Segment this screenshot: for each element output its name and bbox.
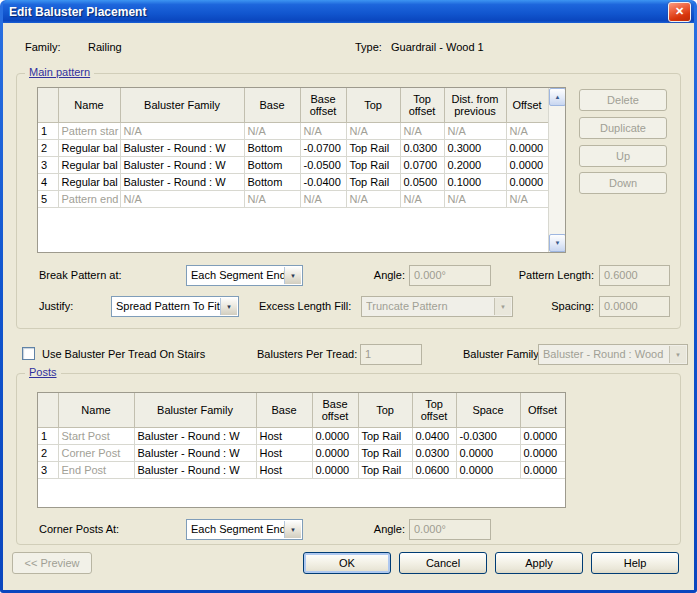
table-cell[interactable]: N/A — [300, 123, 346, 140]
table-cell[interactable]: Top Rail — [346, 174, 400, 191]
table-cell[interactable]: Bottom — [244, 157, 300, 174]
table-cell[interactable]: 0.0000 — [312, 462, 358, 479]
table-cell[interactable]: 0.0000 — [520, 428, 565, 445]
table-row[interactable]: 5Pattern endN/AN/AN/AN/AN/AN/AN/A — [38, 191, 548, 208]
table-cell[interactable]: 0.0600 — [412, 462, 456, 479]
table-row[interactable]: 2Corner PostBaluster - Round : WHost0.00… — [38, 445, 565, 462]
scroll-up-button[interactable]: ▲ — [549, 88, 566, 106]
table-cell[interactable]: -0.0300 — [456, 428, 520, 445]
table-cell[interactable]: N/A — [506, 123, 548, 140]
help-button[interactable]: Help — [591, 552, 679, 574]
table-cell[interactable]: 0.0000 — [312, 445, 358, 462]
table-cell[interactable]: N/A — [400, 123, 444, 140]
table-cell[interactable]: 0.0300 — [412, 445, 456, 462]
table-cell[interactable]: Regular bal — [58, 157, 120, 174]
tread-checkbox[interactable] — [22, 347, 35, 360]
table-cell[interactable]: 0.0000 — [506, 174, 548, 191]
table-cell[interactable]: Top Rail — [346, 140, 400, 157]
table-cell[interactable]: 0.0000 — [506, 157, 548, 174]
table-cell[interactable]: 0.0400 — [412, 428, 456, 445]
break-pattern-select[interactable]: Each Segment End ▼ — [186, 265, 303, 286]
table-cell[interactable]: N/A — [300, 191, 346, 208]
table-cell[interactable]: Corner Post — [58, 445, 134, 462]
row-number-cell[interactable]: 4 — [38, 174, 58, 191]
table-cell[interactable]: 0.0700 — [400, 157, 444, 174]
table-cell[interactable]: 0.3000 — [444, 140, 506, 157]
apply-button[interactable]: Apply — [495, 552, 583, 574]
duplicate-button[interactable]: Duplicate — [579, 117, 667, 139]
delete-button[interactable]: Delete — [579, 89, 667, 111]
chevron-down-icon[interactable]: ▼ — [284, 521, 301, 538]
row-number-cell[interactable]: 1 — [38, 428, 58, 445]
table-cell[interactable]: Top Rail — [358, 428, 412, 445]
scroll-down-button[interactable]: ▼ — [549, 234, 566, 252]
table-cell[interactable]: -0.0400 — [300, 174, 346, 191]
table-row[interactable]: 4Regular balBaluster - Round : WBottom-0… — [38, 174, 548, 191]
table-cell[interactable]: N/A — [400, 191, 444, 208]
spacing-field[interactable]: 0.0000 — [599, 296, 670, 317]
table-cell[interactable]: 0.1000 — [444, 174, 506, 191]
row-number-cell[interactable]: 2 — [38, 140, 58, 157]
table-row[interactable]: 3End PostBaluster - Round : WHost0.0000T… — [38, 462, 565, 479]
table-cell[interactable]: Top Rail — [346, 157, 400, 174]
title-bar[interactable]: Edit Baluster Placement ✕ — [3, 0, 694, 23]
ok-button[interactable]: OK — [303, 552, 391, 574]
table-cell[interactable]: Baluster - Round : W — [120, 140, 244, 157]
table-cell[interactable]: -0.0500 — [300, 157, 346, 174]
table-cell[interactable]: N/A — [244, 191, 300, 208]
pattern-length-field[interactable]: 0.6000 — [599, 265, 670, 286]
table-cell[interactable]: Bottom — [244, 140, 300, 157]
table-cell[interactable]: Baluster - Round : W — [134, 445, 256, 462]
table-cell[interactable]: Baluster - Round : W — [134, 462, 256, 479]
table-cell[interactable]: -0.0700 — [300, 140, 346, 157]
row-number-cell[interactable]: 3 — [38, 157, 58, 174]
table-cell[interactable]: N/A — [346, 191, 400, 208]
table-cell[interactable]: 0.0500 — [400, 174, 444, 191]
table-cell[interactable]: Host — [256, 462, 312, 479]
table-cell[interactable]: N/A — [506, 191, 548, 208]
table-cell[interactable]: Host — [256, 445, 312, 462]
balusters-per-tread-field[interactable]: 1 — [360, 344, 422, 365]
table-cell[interactable]: Regular bal — [58, 174, 120, 191]
table-cell[interactable]: 0.2000 — [444, 157, 506, 174]
chevron-down-icon[interactable]: ▼ — [220, 298, 237, 315]
table-cell[interactable]: 0.0000 — [312, 428, 358, 445]
table-cell[interactable]: Top Rail — [358, 462, 412, 479]
table-cell[interactable]: Pattern star — [58, 123, 120, 140]
table-cell[interactable]: Top Rail — [358, 445, 412, 462]
corner-posts-at-select[interactable]: Each Segment End ▼ — [186, 519, 303, 540]
table-cell[interactable]: N/A — [120, 191, 244, 208]
table-cell[interactable]: Bottom — [244, 174, 300, 191]
table-cell[interactable]: 0.0000 — [520, 445, 565, 462]
table-row[interactable]: 2Regular balBaluster - Round : WBottom-0… — [38, 140, 548, 157]
table-cell[interactable]: 0.0300 — [400, 140, 444, 157]
table-cell[interactable]: 0.0000 — [456, 445, 520, 462]
preview-button[interactable]: << Preview — [12, 552, 92, 574]
close-button[interactable]: ✕ — [668, 2, 691, 22]
table-cell[interactable]: N/A — [444, 191, 506, 208]
table-scrollbar[interactable]: ▲ ▼ — [548, 88, 565, 252]
main-pattern-table[interactable]: NameBaluster FamilyBaseBase offsetTopTop… — [38, 88, 549, 208]
table-row[interactable]: 1Start PostBaluster - Round : WHost0.000… — [38, 428, 565, 445]
table-cell[interactable]: N/A — [244, 123, 300, 140]
table-cell[interactable]: Pattern end — [58, 191, 120, 208]
table-cell[interactable]: Baluster - Round : W — [120, 157, 244, 174]
row-number-cell[interactable]: 3 — [38, 462, 58, 479]
table-cell[interactable]: End Post — [58, 462, 134, 479]
row-number-cell[interactable]: 1 — [38, 123, 58, 140]
table-row[interactable]: 1Pattern starN/AN/AN/AN/AN/AN/AN/A — [38, 123, 548, 140]
chevron-down-icon[interactable]: ▼ — [669, 346, 686, 363]
down-button[interactable]: Down — [579, 172, 667, 194]
table-cell[interactable]: N/A — [120, 123, 244, 140]
table-cell[interactable]: N/A — [346, 123, 400, 140]
table-cell[interactable]: 0.0000 — [506, 140, 548, 157]
table-cell[interactable]: Baluster - Round : W — [120, 174, 244, 191]
table-cell[interactable]: 0.0000 — [456, 462, 520, 479]
row-number-cell[interactable]: 2 — [38, 445, 58, 462]
row-number-cell[interactable]: 5 — [38, 191, 58, 208]
table-cell[interactable]: Baluster - Round : W — [134, 428, 256, 445]
table-cell[interactable]: N/A — [444, 123, 506, 140]
justify-select[interactable]: Spread Pattern To Fit ▼ — [111, 296, 239, 317]
posts-table[interactable]: NameBaluster FamilyBaseBase offsetTopTop… — [38, 393, 566, 479]
table-cell[interactable]: Regular bal — [58, 140, 120, 157]
